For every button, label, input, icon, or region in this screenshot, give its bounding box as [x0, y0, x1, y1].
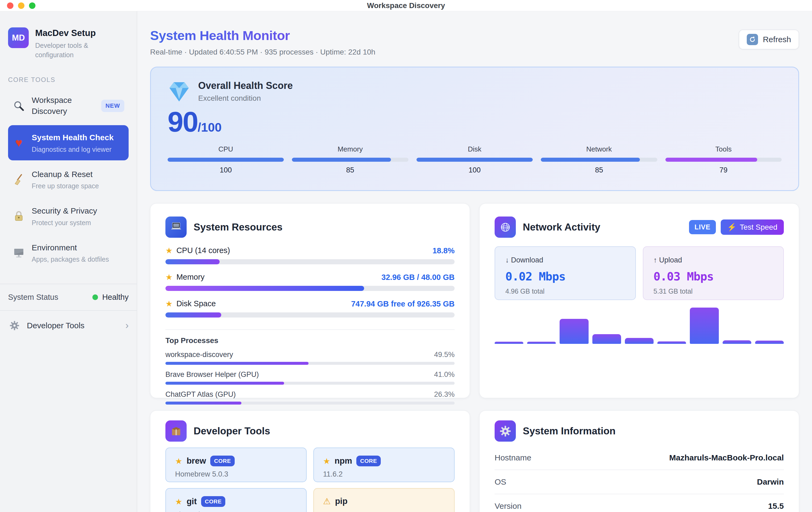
download-total: 4.96 GB total: [505, 287, 625, 295]
info-value: 15.5: [768, 502, 784, 511]
disk-usage-bar: [166, 312, 455, 317]
broom-icon: [12, 173, 25, 186]
process-row: workspace-discovery 49.5%: [166, 350, 455, 365]
refresh-button[interactable]: Refresh: [739, 30, 799, 50]
network-activity-card: Network Activity LIVE ⚡ Test Speed ↓ Dow…: [479, 203, 799, 398]
test-speed-button[interactable]: ⚡ Test Speed: [721, 220, 784, 235]
metric-bar: [416, 158, 533, 162]
chart-bar: [625, 338, 654, 344]
top-processes-title: Top Processes: [166, 336, 455, 345]
chart-bar: [690, 308, 719, 344]
health-score-suffix: /100: [198, 120, 222, 135]
resource-row-disk: ★Disk Space 747.94 GB free of 926.35 GB: [166, 299, 455, 317]
metric-bar: [168, 158, 284, 162]
globe-icon: [495, 217, 516, 238]
process-bar: [166, 362, 455, 365]
core-badge: CORE: [210, 456, 235, 466]
chart-bar: [559, 319, 588, 344]
sidebar-nav: Workspace Discovery NEW ♥ System Health …: [0, 88, 137, 272]
metric-value: 79: [665, 166, 782, 174]
metric-label: Tools: [665, 145, 782, 153]
up-arrow-icon: ↑: [654, 256, 657, 264]
tool-name: brew: [186, 456, 206, 466]
avatar: MD: [8, 27, 29, 48]
tool-tile-brew: ★ brew CORE Homebrew 5.0.3: [166, 448, 307, 482]
resource-row-memory: ★Memory 32.96 GB / 48.00 GB: [166, 273, 455, 291]
metric-value: 100: [416, 166, 533, 174]
page-header: System Health Monitor Real-time · Update…: [150, 28, 799, 56]
metric-disk: Disk 100: [416, 145, 533, 174]
info-row-hostname: Hostname Mazharuls-MacBook-Pro.local: [495, 446, 784, 470]
process-name: ChatGPT Atlas (GPU): [166, 390, 236, 399]
process-value: 49.5%: [434, 350, 455, 359]
close-window-button[interactable]: [7, 2, 13, 9]
card-title: Developer Tools: [194, 426, 270, 437]
cpu-usage-bar: [166, 259, 455, 264]
metric-value: 85: [292, 166, 408, 174]
sidebar: MD MacDev Setup Developer tools & config…: [0, 11, 137, 512]
gear-icon: [495, 420, 516, 442]
health-score-number: 90: [168, 106, 198, 138]
metric-label: Disk: [416, 145, 533, 153]
system-resources-card: System Resources ★CPU (14 cores) 18.8% ★…: [150, 203, 470, 398]
gear-icon: [8, 320, 21, 331]
tool-name: pip: [335, 496, 348, 506]
upload-value: 0.03 Mbps: [654, 270, 773, 283]
card-title: System Resources: [194, 222, 283, 233]
tool-tile-pip: ⚠ pip: [313, 488, 455, 512]
info-label: Hostname: [495, 453, 531, 462]
sidebar-section-label: CORE TOOLS: [8, 76, 128, 84]
star-icon: ★: [175, 497, 182, 506]
lock-icon: [12, 210, 25, 222]
metric-memory: Memory 85: [292, 145, 408, 174]
process-row: Brave Browser Helper (GPU) 41.0%: [166, 370, 455, 385]
star-icon: ★: [175, 456, 182, 466]
tool-tile-git: ★ git CORE git version 2.50.1: [166, 488, 307, 512]
sidebar-item-system-health-check[interactable]: ♥ System Health Check Diagnostics and lo…: [8, 125, 128, 160]
resource-value: 747.94 GB free of 926.35 GB: [351, 300, 455, 308]
metric-label: Memory: [292, 145, 408, 153]
sidebar-item-subtitle: Free up storage space: [32, 182, 124, 190]
test-speed-label: Test Speed: [740, 223, 777, 232]
card-title: Network Activity: [523, 222, 601, 233]
chart-bar: [755, 341, 784, 344]
sidebar-item-security-privacy[interactable]: Security & Privacy Protect your system: [8, 199, 128, 234]
sidebar-item-label: Security & Privacy: [32, 205, 124, 217]
health-score-subtitle: Excellent condition: [198, 94, 293, 103]
metric-bar: [665, 158, 782, 162]
sidebar-item-cleanup-reset[interactable]: Cleanup & Reset Free up storage space: [8, 162, 128, 197]
window-titlebar: Workspace Discovery: [0, 0, 812, 11]
metric-bar: [541, 158, 657, 162]
system-status-row: System Status Healthy: [0, 284, 137, 302]
overall-health-card: Overall Health Score Excellent condition…: [150, 67, 799, 191]
core-badge: CORE: [201, 496, 226, 507]
core-badge: CORE: [356, 456, 381, 466]
upload-total: 5.31 GB total: [654, 287, 773, 295]
download-label: Download: [511, 256, 543, 264]
sidebar-item-label: System Health Check: [32, 132, 124, 143]
traffic-lights: [7, 2, 35, 9]
process-bar: [166, 382, 455, 385]
process-name: workspace-discovery: [166, 350, 233, 359]
health-score-title: Overall Health Score: [198, 80, 293, 91]
sidebar-item-workspace-discovery[interactable]: Workspace Discovery NEW: [8, 88, 128, 123]
package-icon: [166, 420, 186, 442]
process-row: ChatGPT Atlas (GPU) 26.3%: [166, 390, 455, 404]
sidebar-item-developer-tools[interactable]: Developer Tools ›: [0, 311, 137, 331]
sidebar-item-environment[interactable]: Environment Apps, packages & dotfiles: [8, 235, 128, 271]
minimize-window-button[interactable]: [18, 2, 24, 9]
tool-version: git version 2.50.1: [175, 511, 297, 512]
tool-tile-npm: ★ npm CORE 11.6.2: [313, 448, 455, 482]
magnifier-icon: [12, 100, 25, 112]
health-metrics: CPU 100 Memory 85 Disk 100 Network: [168, 145, 782, 174]
info-value: Darwin: [757, 477, 784, 486]
tool-version: Homebrew 5.0.3: [175, 470, 297, 478]
sidebar-item-label: Cleanup & Reset: [32, 169, 124, 180]
sidebar-item-label: Environment: [32, 242, 124, 253]
process-name: Brave Browser Helper (GPU): [166, 370, 259, 379]
tool-name: npm: [335, 456, 352, 466]
zoom-window-button[interactable]: [29, 2, 35, 9]
chart-bar: [592, 334, 621, 344]
star-icon: ★: [166, 299, 173, 308]
app-header: MD MacDev Setup Developer tools & config…: [0, 27, 137, 59]
